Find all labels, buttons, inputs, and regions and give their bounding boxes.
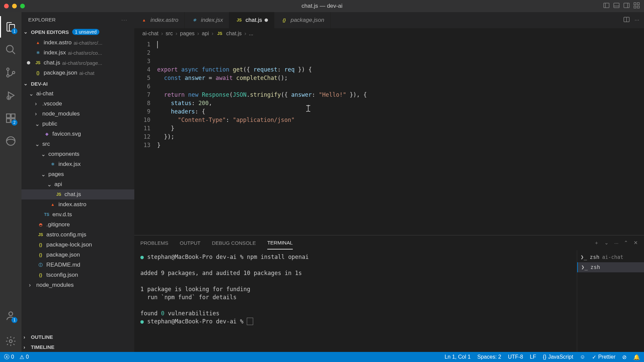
window-maximize-button[interactable] [20, 4, 25, 8]
tree-folder[interactable]: ⌄src [21, 139, 134, 149]
layout-sidebar-left-icon[interactable] [603, 2, 610, 10]
timeline-header[interactable]: › TIMELINE [21, 342, 134, 352]
activity-manage-gear-icon[interactable] [0, 330, 21, 352]
status-lncol[interactable]: Ln 1, Col 1 [445, 354, 470, 360]
tree-file[interactable]: ⚛index.jsx [21, 159, 134, 169]
braces-icon: {} [543, 354, 547, 360]
layout-sidebar-right-icon[interactable] [623, 2, 630, 10]
js-file-icon: JS [216, 30, 224, 37]
tree-folder[interactable]: ›node_modules [21, 280, 134, 290]
tree-file[interactable]: {}package-lock.json [21, 240, 134, 250]
code-editor[interactable]: 12345678910111213 export async function … [134, 39, 644, 235]
explorer-sidebar: EXPLORER ··· ⌄ OPEN EDITORS 1 unsaved ▲ … [21, 12, 134, 352]
bottom-panel: PROBLEMS OUTPUT DEBUG CONSOLE TERMINAL ＋… [134, 235, 644, 352]
open-editor-item[interactable]: ⚛ index.jsx ai-chat/src/co... [21, 48, 134, 58]
json-file-icon: {} [280, 16, 288, 24]
svg-rect-9 [637, 6, 639, 8]
tree-file[interactable]: {}tsconfig.json [21, 270, 134, 280]
info-file-icon: ⓘ [37, 261, 44, 269]
new-terminal-icon[interactable]: ＋ [594, 240, 599, 246]
activity-explorer[interactable]: 1 [0, 16, 21, 38]
activity-accounts[interactable]: 1 [0, 305, 21, 326]
astro-file-icon: ▲ [34, 39, 42, 46]
panel-tab-output[interactable]: OUTPUT [180, 237, 200, 249]
activity-extensions[interactable]: 2 [0, 107, 21, 129]
window-minimize-button[interactable] [12, 4, 17, 8]
extensions-badge: 2 [11, 120, 17, 126]
chevron-right-icon: › [24, 344, 30, 350]
tree-file[interactable]: {}package.json [21, 250, 134, 260]
window-close-button[interactable] [4, 4, 9, 8]
dirty-dot-icon [265, 18, 268, 22]
accounts-badge: 1 [11, 317, 17, 323]
svg-rect-17 [6, 114, 10, 118]
terminal-dropdown-icon[interactable]: ⌄ [604, 240, 609, 246]
terminal-list-item[interactable]: ❯_ zsh [577, 262, 644, 272]
status-spaces[interactable]: Spaces: 2 [477, 354, 501, 360]
sidebar-more-icon[interactable]: ··· [121, 17, 128, 22]
tree-folder[interactable]: ›.vscode [21, 99, 134, 109]
breadcrumb[interactable]: ai-chat› src› pages› api› JS chat.js› ..… [134, 28, 644, 39]
layout-panel-icon[interactable] [613, 2, 620, 10]
tree-file[interactable]: ⓘREADME.md [21, 260, 134, 270]
tree-folder[interactable]: ⌄public [21, 119, 134, 129]
maximize-panel-icon[interactable]: ⌃ [624, 240, 628, 246]
panel-tab-problems[interactable]: PROBLEMS [140, 237, 168, 249]
unsaved-badge: 1 unsaved [72, 29, 99, 35]
status-eol[interactable]: LF [530, 354, 536, 360]
status-errors[interactable]: ⓧ0 [4, 354, 14, 361]
close-panel-icon[interactable]: ✕ [634, 240, 638, 246]
svg-point-12 [7, 68, 9, 71]
tab-chat-js[interactable]: JS chat.js [229, 12, 274, 28]
terminal-output[interactable]: ● stephan@MacBook-Pro dev-ai % npm insta… [134, 250, 577, 352]
svg-line-11 [12, 51, 15, 54]
line-gutter: 12345678910111213 [134, 40, 157, 235]
tree-file[interactable]: TSenv.d.ts [21, 210, 134, 220]
tab-index-jsx[interactable]: ⚛ index.jsx [185, 12, 229, 28]
activity-source-control[interactable] [0, 62, 21, 83]
tree-folder[interactable]: ⌄components [21, 149, 134, 159]
tree-file[interactable]: JSastro.config.mjs [21, 230, 134, 240]
status-bell-icon[interactable]: 🔔 [633, 354, 640, 360]
svg-point-13 [7, 75, 9, 77]
tree-file[interactable]: ◓.gitignore [21, 220, 134, 230]
activity-search[interactable] [0, 39, 21, 60]
open-editor-item[interactable]: JS chat.js ai-chat/src/page... [21, 58, 134, 68]
status-language[interactable]: {}JavaScript [543, 354, 573, 360]
status-encoding[interactable]: UTF-8 [508, 354, 523, 360]
svg-rect-7 [637, 2, 639, 4]
js-file-icon: JS [37, 231, 44, 238]
editor-area: ▲ index.astro ⚛ index.jsx JS chat.js {} … [134, 12, 644, 352]
terminal-icon: ❯_ [581, 263, 588, 271]
tree-folder[interactable]: ⌄ai-chat [21, 89, 134, 99]
tree-folder[interactable]: ⌄api [21, 179, 134, 189]
terminal-list-item[interactable]: ❯_ zsh ai-chat [577, 252, 644, 262]
code-content[interactable]: export async function get({ request: req… [157, 40, 644, 235]
more-actions-icon[interactable]: ··· [635, 17, 639, 24]
status-copilot-icon[interactable]: ⊘ [622, 354, 627, 360]
panel-tab-terminal[interactable]: TERMINAL [267, 236, 293, 250]
tree-file[interactable]: ▲index.astro [21, 199, 134, 210]
tree-file-selected[interactable]: JSchat.js [21, 189, 134, 199]
tree-file[interactable]: ◆favicon.svg [21, 129, 134, 139]
open-editors-header[interactable]: ⌄ OPEN EDITORS 1 unsaved [21, 27, 134, 37]
project-header[interactable]: ⌄ DEV-AI [21, 79, 134, 89]
status-feedback-icon[interactable]: ☺ [580, 354, 585, 360]
open-editor-item[interactable]: {} package.json ai-chat [21, 68, 134, 78]
tree-folder[interactable]: ›node_modules [21, 109, 134, 119]
split-editor-icon[interactable] [623, 16, 630, 25]
activity-edge-icon[interactable] [0, 130, 21, 152]
customize-layout-icon[interactable] [633, 2, 640, 10]
tab-index-astro[interactable]: ▲ index.astro [134, 12, 185, 28]
open-editor-item[interactable]: ▲ index.astro ai-chat/src/... [21, 38, 134, 48]
tab-package-json[interactable]: {} package.json [274, 12, 330, 28]
status-prettier[interactable]: ✓Prettier [592, 354, 615, 360]
activity-run-debug[interactable] [0, 85, 21, 106]
minimap[interactable] [639, 39, 644, 235]
file-tree: ⌄ai-chat ›.vscode ›node_modules ⌄public … [21, 89, 134, 332]
panel-tab-debug[interactable]: DEBUG CONSOLE [212, 237, 256, 249]
panel-more-icon[interactable]: ··· [614, 240, 618, 246]
tree-folder[interactable]: ⌄pages [21, 169, 134, 179]
outline-header[interactable]: › OUTLINE [21, 332, 134, 342]
status-warnings[interactable]: ⚠0 [19, 354, 29, 360]
